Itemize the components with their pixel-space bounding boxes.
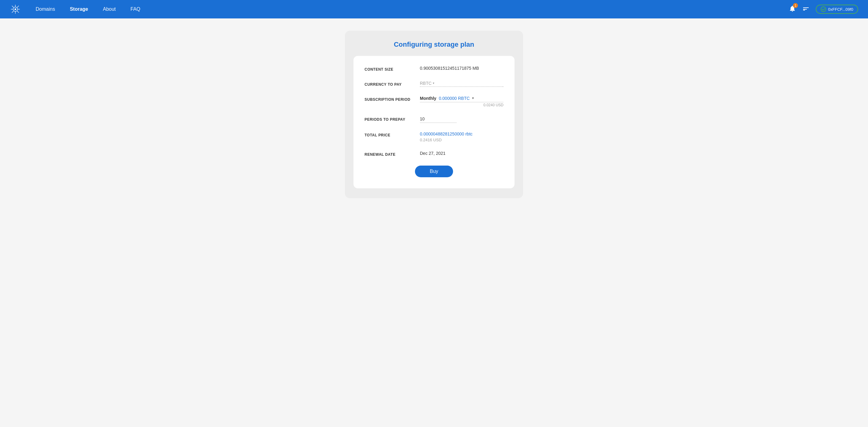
nav-links: Domains Storage About FAQ bbox=[36, 6, 789, 12]
notification-bell[interactable]: 1 bbox=[789, 5, 796, 13]
inner-card: CONTENT SIZE 0.90053081512451171875 MB C… bbox=[353, 56, 515, 188]
subscription-rbtc: 0.000000 RBTC bbox=[439, 96, 470, 101]
notification-badge: 1 bbox=[793, 3, 798, 8]
outer-card: Configuring storage plan CONTENT SIZE 0.… bbox=[345, 31, 523, 198]
total-price-row: TOTAL PRICE 0.00000488281250000 rbtc 0.2… bbox=[365, 131, 503, 142]
nav-faq[interactable]: FAQ bbox=[131, 6, 141, 12]
total-price-value: 0.00000488281250000 rbtc 0.2416 USD bbox=[420, 131, 503, 142]
total-price-rbtc: 0.00000488281250000 rbtc bbox=[420, 131, 503, 136]
periods-row: PERIODS TO PREPAY bbox=[365, 116, 503, 123]
wallet-address: 0xFFCF...09f0 bbox=[828, 7, 853, 12]
main-content: Configuring storage plan CONTENT SIZE 0.… bbox=[0, 19, 868, 427]
periods-value bbox=[420, 116, 503, 123]
svg-line-6 bbox=[17, 11, 19, 12]
svg-line-7 bbox=[17, 6, 19, 7]
content-size-row: CONTENT SIZE 0.90053081512451171875 MB bbox=[365, 66, 503, 72]
buy-button-row: Buy bbox=[365, 166, 503, 177]
content-size-label: CONTENT SIZE bbox=[365, 66, 414, 72]
buy-button[interactable]: Buy bbox=[415, 166, 453, 177]
svg-point-9 bbox=[14, 8, 16, 10]
renewal-date-row: RENEWAL DATE Dec 27, 2021 bbox=[365, 151, 503, 157]
wallet-button[interactable]: 0xFFCF...09f0 bbox=[816, 5, 858, 14]
subscription-arrow: ▾ bbox=[472, 96, 474, 100]
renewal-date-label: RENEWAL DATE bbox=[365, 151, 414, 157]
subscription-value: Monthly 0.000000 RBTC ▾ 0.0240 USD bbox=[420, 96, 503, 107]
subscription-dropdown[interactable]: Monthly 0.000000 RBTC ▾ bbox=[420, 96, 503, 102]
subscription-period: Monthly bbox=[420, 96, 436, 101]
currency-dropdown-arrow: ▾ bbox=[433, 81, 434, 85]
navbar: Domains Storage About FAQ 1 0xFFCF...09f… bbox=[0, 0, 868, 19]
currency-row: CURRENCY TO PAY RBTC ▾ bbox=[365, 81, 503, 87]
total-price-label: TOTAL PRICE bbox=[365, 131, 414, 138]
svg-line-5 bbox=[12, 6, 13, 7]
total-price-usd: 0.2416 USD bbox=[420, 138, 503, 142]
renewal-date-value: Dec 27, 2021 bbox=[420, 151, 503, 156]
periods-label: PERIODS TO PREPAY bbox=[365, 116, 414, 122]
currency-dropdown[interactable]: RBTC ▾ bbox=[420, 81, 503, 87]
nav-domains[interactable]: Domains bbox=[36, 6, 55, 12]
subscription-usd: 0.0240 USD bbox=[420, 103, 503, 107]
content-size-value: 0.90053081512451171875 MB bbox=[420, 66, 503, 71]
currency-text: RBTC bbox=[420, 81, 432, 86]
nav-about[interactable]: About bbox=[103, 6, 116, 12]
wallet-check-icon bbox=[821, 6, 826, 12]
subscription-row: SUBSCRIPTION PERIOD Monthly 0.000000 RBT… bbox=[365, 96, 503, 107]
nav-right: 1 0xFFCF...09f0 bbox=[789, 5, 858, 14]
currency-value[interactable]: RBTC ▾ bbox=[420, 81, 503, 87]
currency-label: CURRENCY TO PAY bbox=[365, 81, 414, 87]
page-title: Configuring storage plan bbox=[353, 40, 515, 48]
svg-line-8 bbox=[12, 11, 13, 12]
nav-logo[interactable] bbox=[10, 4, 21, 15]
subscription-label: SUBSCRIPTION PERIOD bbox=[365, 96, 414, 102]
filter-icon[interactable] bbox=[802, 5, 810, 13]
periods-input[interactable] bbox=[420, 116, 457, 123]
nav-storage[interactable]: Storage bbox=[70, 6, 88, 12]
